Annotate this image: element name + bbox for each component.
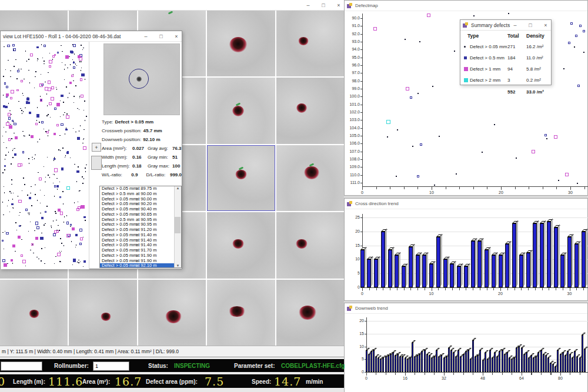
map-dot <box>83 266 84 267</box>
map-dot <box>14 148 15 149</box>
defect-image-cell[interactable] <box>69 280 136 346</box>
downweb-plot: 0510152001632486480 <box>345 313 588 392</box>
trend-bar <box>540 350 542 372</box>
map-square-navy <box>29 197 31 199</box>
defect-image-cell[interactable] <box>276 11 344 76</box>
defect-image-cell[interactable] <box>207 78 275 143</box>
defectmap-point <box>417 175 419 177</box>
x-minor-ticks <box>362 288 588 290</box>
close-icon[interactable]: × <box>542 22 550 28</box>
map-dot <box>53 183 54 184</box>
gridline <box>366 334 588 334</box>
close-icon[interactable]: × <box>335 2 343 8</box>
left-partial-value: 0 <box>0 375 5 388</box>
defect-image-cell[interactable] <box>0 280 68 346</box>
map-dot <box>13 193 14 194</box>
defectmap-point <box>546 138 547 139</box>
summary-row: Defect > 1 mm945.8 /m² <box>460 65 551 73</box>
defectmap-point <box>544 134 547 136</box>
map-square-magenta <box>9 125 12 128</box>
trend-bar <box>470 359 472 372</box>
app-icon <box>347 3 353 9</box>
minimize-icon[interactable]: – <box>304 2 312 8</box>
y-tick-label: 111.0 <box>345 180 360 185</box>
summary-titlebar[interactable]: Summary defects – □ × <box>460 20 551 31</box>
close-icon[interactable]: × <box>172 33 181 39</box>
map-dot <box>49 177 51 178</box>
bar-top-face <box>424 348 428 350</box>
map-square-magenta <box>10 97 12 99</box>
map-square-magenta <box>16 89 19 92</box>
map-dot <box>78 260 79 261</box>
map-dot <box>3 95 4 96</box>
map-dot <box>23 177 24 179</box>
trend-bar <box>448 348 450 372</box>
roll-defect-map[interactable] <box>1 42 89 269</box>
defect-image-cell[interactable] <box>207 280 275 346</box>
trend-bar <box>421 351 423 372</box>
minimize-icon[interactable]: – <box>511 22 519 28</box>
bar-top-face <box>530 353 534 356</box>
maximize-icon[interactable]: □ <box>319 2 328 8</box>
defectmap-point <box>473 15 475 16</box>
parameter-set-value: COBELPLAST-HFE.cfg <box>281 363 345 369</box>
y-tick-label: 93.0 <box>345 39 360 43</box>
y-tick <box>360 112 362 113</box>
blank-button[interactable] <box>91 156 102 170</box>
scroll-up-icon[interactable]: ▲ <box>176 186 180 190</box>
bar-side-face <box>516 220 518 286</box>
defect-image-cell[interactable] <box>276 212 344 278</box>
maximize-icon[interactable]: □ <box>526 22 534 28</box>
defectmap-point <box>434 185 435 186</box>
map-dot <box>46 206 48 207</box>
map-dot <box>75 63 76 65</box>
rollnumber-input[interactable]: 1 <box>93 361 129 371</box>
bar-side-face <box>496 252 497 286</box>
map-dot <box>28 231 29 232</box>
trend-bar <box>518 347 520 373</box>
bar-top-face <box>540 348 544 350</box>
defect-image-cell[interactable] <box>276 78 344 143</box>
rollview-titlebar[interactable]: view Lot HFE1500 - Roll 1 - 04-06-2020 0… <box>1 31 182 42</box>
map-dot <box>84 100 85 102</box>
defectmap-point <box>405 39 406 40</box>
y-tick <box>360 136 362 136</box>
maximize-icon[interactable]: □ <box>157 33 165 39</box>
map-square-navy <box>19 225 21 227</box>
map-dot <box>73 81 74 82</box>
defect-image-cell[interactable] <box>207 145 275 211</box>
map-dot <box>64 79 65 81</box>
defect-blob <box>101 313 111 321</box>
defect-image-cell[interactable] <box>276 145 344 211</box>
speed-unit: m/min <box>306 378 323 385</box>
map-dot <box>12 263 14 264</box>
image-grid-titlebar[interactable]: – □ × <box>0 0 344 11</box>
map-dot <box>3 215 4 216</box>
map-dot <box>28 158 29 159</box>
defect-image-cell[interactable] <box>207 212 275 278</box>
statusbar-row1: Rollnumber: 1 Status: INSPECTING Paramet… <box>0 358 344 373</box>
map-square-navy <box>57 52 59 53</box>
map-dot <box>62 148 64 149</box>
map-dot <box>2 172 4 173</box>
map-dot <box>44 129 45 130</box>
map-dot <box>20 108 21 109</box>
spare-input[interactable] <box>1 361 42 371</box>
defect-list[interactable]: Defect > 0.05 mmat 89.75 mDefect > 0.5 m… <box>99 186 182 268</box>
defect-image-cell[interactable] <box>276 280 344 346</box>
scrollbar-thumb[interactable] <box>175 217 181 233</box>
trend-bar <box>492 358 493 372</box>
map-dot <box>80 262 81 263</box>
scroll-down-icon[interactable]: ▼ <box>176 264 180 267</box>
map-dot <box>86 165 87 166</box>
minimize-icon[interactable]: – <box>142 33 150 39</box>
x-minor-ticks <box>362 187 588 189</box>
list-item[interactable]: Defect > 0.05 mmat 92.10 m <box>100 263 181 268</box>
zoom-plus-button[interactable]: + <box>92 143 101 152</box>
map-square-navy <box>6 232 8 234</box>
defect-image-cell[interactable] <box>207 11 275 76</box>
defect-image-cell[interactable] <box>138 280 206 346</box>
map-square-navy <box>36 226 39 229</box>
map-square-magenta <box>46 131 49 133</box>
cross-direction-plot: 05101520250102030 <box>345 208 588 301</box>
